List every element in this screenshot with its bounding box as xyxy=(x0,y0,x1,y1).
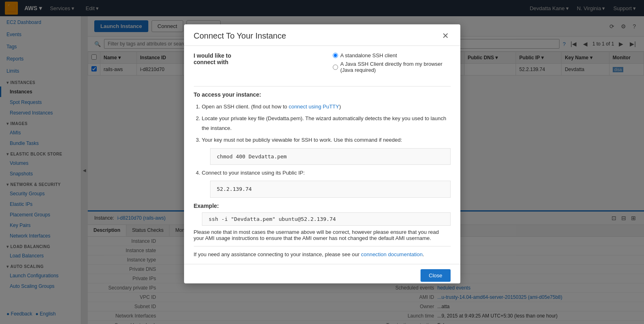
step-1: Open an SSH client. (find out how to con… xyxy=(202,102,451,111)
radio-option-2[interactable]: A Java SSH Client directly from my brows… xyxy=(333,61,451,73)
modal-steps: Open an SSH client. (find out how to con… xyxy=(194,102,451,198)
chmod-command: chmod 400 Devdatta.pem xyxy=(210,148,451,165)
modal-title: Connect To Your Instance xyxy=(194,31,286,41)
modal-divider-1 xyxy=(194,86,451,86)
radio-standalone-ssh[interactable] xyxy=(333,53,338,58)
modal-footer: Close xyxy=(184,264,460,284)
step-2: Locate your private key file (Devdatta.p… xyxy=(202,114,451,133)
note-text: Please note that in most cases the usern… xyxy=(194,229,451,241)
public-ip-code: 52.2.139.74 xyxy=(210,181,451,197)
radio-option-1[interactable]: A standalone SSH client xyxy=(333,52,451,58)
modal-overlay: Connect To Your Instance ✕ I would like … xyxy=(0,0,644,324)
example-command: ssh -i "Devdatta.pem" ubuntu@52.2.139.74 xyxy=(202,212,451,226)
connect-intro-row: I would like to connect with A standalon… xyxy=(194,52,451,80)
modal-close-button[interactable]: ✕ xyxy=(440,31,451,41)
modal-divider-2 xyxy=(194,246,451,246)
access-title: To access your instance: xyxy=(194,91,451,98)
radio-group: A standalone SSH client A Java SSH Clien… xyxy=(333,52,451,73)
modal-body: I would like to connect with A standalon… xyxy=(184,46,460,264)
step-4: Connect to your instance using its Publi… xyxy=(202,168,451,198)
connect-modal: Connect To Your Instance ✕ I would like … xyxy=(184,24,460,283)
radio-java-ssh[interactable] xyxy=(333,65,338,70)
assistance-text: If you need any assistance connecting to… xyxy=(194,251,451,257)
modal-header: Connect To Your Instance ✕ xyxy=(184,24,460,46)
close-modal-button[interactable]: Close xyxy=(421,269,450,282)
connect-prompt-label: I would like to connect with xyxy=(194,52,253,65)
connection-docs-link[interactable]: connection documentation xyxy=(361,251,423,257)
step-3: Your key must not be publicly viewable f… xyxy=(202,135,451,165)
putty-link[interactable]: connect using PuTTY xyxy=(288,104,339,110)
example-label: Example: xyxy=(194,203,451,209)
